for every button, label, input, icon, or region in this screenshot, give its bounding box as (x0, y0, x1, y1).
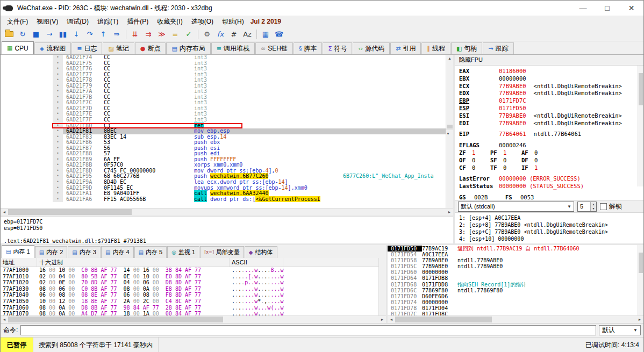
segment-fs[interactable]: FS0053 (505, 194, 552, 200)
calling-convention-dropdown[interactable]: 默认 (stdcall) ▼ (458, 202, 574, 212)
tab-dump-1[interactable]: ▤内存 1 (2, 245, 34, 258)
stack-row[interactable]: 0171FD5077B9AC19返回到 ntdll.77B9AC19 自 ntd… (388, 246, 643, 252)
open-file-icon[interactable] (3, 28, 16, 40)
register-eax[interactable]: EAX01186000 (459, 68, 643, 75)
calculator-icon[interactable]: # (227, 28, 240, 40)
register-laststatus[interactable]: LastStatus00000000 (STATUS_SUCCESS) (459, 183, 643, 190)
argument-row[interactable]: 2: [esp+8] 77B9ABE0 <ntdll.DbgUiRemoteBr… (459, 221, 643, 228)
tab-handles[interactable]: ◧句柄 (451, 42, 482, 54)
dump-row[interactable]: 77AF103008 00 06 00 C0 8B AF 77 08 00 0A… (1, 286, 378, 292)
stack-row[interactable]: 0171FD6000000000 (388, 269, 643, 275)
breakpoint-dot-icon[interactable]: • (53, 100, 63, 106)
scrollbar-thumb[interactable] (8, 317, 223, 322)
animate-into-icon[interactable]: ⇊ (128, 28, 141, 40)
scroll-right-icon[interactable]: ► (378, 316, 386, 323)
scroll-left-icon[interactable]: ◄ (388, 316, 395, 323)
stack-row[interactable]: 0171FD6C77869F80ntdll.77869F80 (388, 288, 643, 293)
register-eflags[interactable]: EFLAGS00000246 (459, 142, 643, 149)
breakpoint-dot-icon[interactable]: • (53, 95, 63, 100)
stack-vertical-scrollbar[interactable] (638, 245, 643, 315)
flag-tf[interactable]: TF0 (490, 164, 521, 172)
scroll-right-icon[interactable]: ► (446, 209, 453, 215)
tab-trace[interactable]: →跟踪 (483, 42, 513, 54)
stack-row[interactable]: 0171FD7400000000 (388, 299, 643, 305)
flag-pf[interactable]: PF1 (490, 149, 521, 157)
tab-script[interactable]: §脚本 (294, 42, 323, 54)
tab-cpu[interactable]: ▦CPU (2, 41, 34, 54)
breakpoint-dot-icon[interactable]: • (53, 197, 63, 203)
breakpoint-dot-icon[interactable]: • (53, 55, 63, 61)
breakpoint-dot-icon[interactable]: • (53, 151, 63, 157)
disassembly-horizontal-scrollbar[interactable]: ◄ ► (1, 208, 453, 215)
disasm-row[interactable]: •6AD21FA6FF15 ACD5566Bcall dword ptr ds:… (1, 197, 446, 203)
dump-row[interactable]: 77AF102002 00 0E 00 70 8D AF 77 04 00 06… (1, 279, 378, 286)
register-esi[interactable]: ESI77B9ABE0<ntdll.DbgUiRemoteBreakin> (459, 112, 643, 120)
flag-of[interactable]: OF0 (459, 157, 490, 164)
breakpoint-dot-icon[interactable]: • (53, 66, 63, 72)
flag-if[interactable]: IF1 (521, 164, 553, 172)
dump-row[interactable]: 77AF105010 00 12 00 18 8E AF 77 2A 00 2C… (1, 298, 378, 305)
tab-log[interactable]: ≡日志 (71, 42, 102, 54)
stack-row[interactable]: 0171FD7C0171FD8C (388, 311, 643, 315)
argument-row[interactable]: 1: [esp+4] A0C17EEA (459, 214, 643, 221)
flag-af[interactable]: AF0 (521, 149, 553, 157)
memory-grid-icon[interactable]: ▦ (259, 28, 272, 40)
maximize-button[interactable]: □ (595, 1, 619, 16)
breakpoint-dot-icon[interactable]: • (53, 179, 63, 185)
scroll-right-icon[interactable]: ► (636, 316, 643, 323)
stack-row[interactable]: 0171FD5C77B9ABE0ntdll.77B9ABE0 (388, 263, 643, 269)
settings-icon[interactable]: ⚙ (201, 28, 213, 40)
disassembly-view[interactable]: •6AD21F74CCint3•6AD21F75CCint3•6AD21F76C… (1, 55, 446, 208)
breakpoint-dot-icon[interactable]: • (53, 157, 63, 163)
menu-item[interactable]: 插件(P) (123, 16, 153, 27)
stack-row[interactable]: 0171FD780171FD04 (388, 305, 643, 311)
menu-item[interactable]: 文件(F) (3, 16, 32, 27)
register-ebp[interactable]: EBP0171FD7C (459, 97, 643, 105)
run-to-cursor-icon[interactable]: ⇒ (110, 28, 123, 40)
hide-fpu-button[interactable]: 隐藏FPU (459, 56, 483, 64)
breakpoint-dot-icon[interactable]: • (53, 89, 63, 95)
scrollbar-thumb[interactable] (395, 317, 492, 322)
restart-icon[interactable]: ↻ (16, 28, 29, 40)
disasm-row[interactable]: •6AD21F7FCCint3 (1, 117, 446, 123)
tab-source[interactable]: ‹›源代码 (353, 42, 390, 54)
functions-icon[interactable]: fx (214, 28, 227, 40)
argument-row[interactable]: 4: [esp+10] 00000000 (459, 235, 643, 242)
close-button[interactable]: ✕ (619, 1, 643, 16)
breakpoint-dot-icon[interactable]: • (53, 128, 63, 134)
flag-cf[interactable]: CF0 (459, 164, 490, 172)
dump-row[interactable]: 77AF101002 00 04 00 80 5B AF 77 0E 00 10… (1, 274, 378, 280)
tab-call-stack[interactable]: ≡调用堆栈 (211, 42, 255, 54)
memory-dump-view[interactable]: 地址 十六进制 ASCII 77AF100016 00 10 00 C0 8B … (1, 258, 378, 315)
tab-graph[interactable]: ◈流程图 (34, 42, 71, 54)
flag-sf[interactable]: SF0 (490, 157, 521, 164)
breakpoint-dot-icon[interactable]: • (53, 61, 63, 67)
stack-horizontal-scrollbar[interactable]: ◄ ► (388, 315, 643, 323)
breakpoint-dot-icon[interactable]: • (53, 117, 63, 123)
dump-vertical-scrollbar[interactable]: ▲ ▼ (378, 258, 386, 315)
scrollbar-thumb[interactable] (639, 253, 643, 273)
menu-item[interactable]: 视图(V) (32, 16, 62, 27)
breakpoint-dot-icon[interactable]: • (53, 191, 63, 197)
pause-icon[interactable]: ▮▮ (56, 28, 69, 40)
attach-icon[interactable]: ☎ (273, 28, 285, 40)
disasm-row[interactable]: •6AD21F74CCint3 (1, 55, 446, 61)
breakpoint-dot-icon[interactable]: • (53, 168, 63, 174)
breakpoint-dot-icon[interactable]: • (53, 72, 63, 78)
argument-count-spinner[interactable]: 5 ▲▼ (577, 202, 597, 212)
menu-item[interactable]: 调试(D) (62, 16, 93, 27)
stack-row[interactable]: 0171FD54A0C17EEA (388, 252, 643, 257)
log-toolbar-icon[interactable]: ≡ (169, 28, 182, 40)
stack-row[interactable]: 0171FD640171FDB8 (388, 275, 643, 281)
breakpoint-dot-icon[interactable]: • (53, 83, 63, 89)
segment-gs[interactable]: GS002B (459, 194, 505, 200)
menu-item[interactable]: 选项(O) (187, 16, 218, 27)
stop-icon[interactable]: ■ (30, 28, 42, 40)
dump-row[interactable]: 77AF104006 00 08 00 08 8E AF 77 06 00 08… (1, 292, 378, 298)
disassembly-vertical-scrollbar[interactable]: ▲ ▼ (446, 55, 453, 208)
breakpoint-dot-icon[interactable]: • (53, 77, 63, 83)
registers-vertical-scrollbar[interactable] (638, 66, 643, 186)
scroll-left-icon[interactable]: ◄ (1, 209, 8, 215)
tab-seh-chain[interactable]: ∞SEH链 (255, 42, 293, 54)
spinner-arrows-icon[interactable]: ▲▼ (590, 202, 596, 211)
